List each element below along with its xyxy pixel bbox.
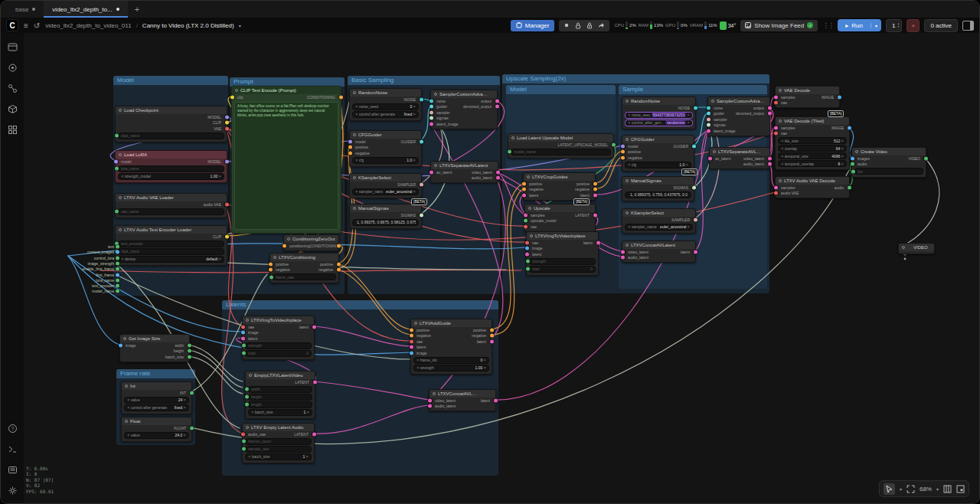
zoom-dropdown-chevron[interactable]: ▾ (936, 486, 939, 492)
widget-text-encoder[interactable]: text_encoder (118, 241, 224, 247)
slot-dot[interactable] (430, 110, 433, 114)
collapse-dot-icon[interactable] (511, 136, 514, 139)
widget-cfg[interactable]: ◀cfg1.0▶ (352, 157, 419, 164)
collapse-dot-icon[interactable] (626, 244, 629, 247)
widget-width[interactable]: width (248, 386, 312, 393)
collapse-dot-icon[interactable] (353, 207, 356, 210)
slot-dot[interactable] (593, 188, 597, 191)
graph-node-empty-ltxv-latent-video[interactable]: EmptyLTXVLatentVideoLATENTwidthheightlen… (245, 371, 315, 419)
io-label-enable-first-frame[interactable]: enable_first_frame (24, 267, 114, 271)
graph-node-load-checkpoint[interactable]: Load CheckpointMODELCLIPVAEckpt_name (115, 106, 227, 142)
slot-dot[interactable] (337, 268, 341, 272)
collapse-dot-icon[interactable] (353, 91, 356, 94)
slot-dot[interactable] (496, 170, 500, 174)
slot-dot[interactable] (621, 256, 625, 260)
slot-dot[interactable] (241, 432, 245, 436)
slot-dot[interactable] (420, 139, 423, 143)
collapse-dot-icon[interactable] (123, 337, 126, 340)
slot-dot[interactable] (119, 343, 122, 347)
slot-dot[interactable] (225, 115, 229, 119)
slot-dot[interactable] (490, 334, 494, 338)
slot-dot[interactable] (241, 336, 245, 340)
share-arrow-icon[interactable] (598, 22, 605, 28)
slot-dot[interactable] (225, 234, 229, 238)
widget-control-after-generate[interactable]: ◀control after generatefixed▶ (352, 111, 419, 118)
slot-dot[interactable] (707, 117, 710, 121)
slot-dot[interactable] (225, 126, 229, 130)
collapse-dot-icon[interactable] (287, 237, 290, 241)
widget-noise-seed[interactable]: ◀noise_seed0▶ (352, 103, 419, 110)
converted-input-dot[interactable] (115, 210, 119, 214)
slot-dot[interactable] (496, 176, 500, 180)
slot-dot[interactable] (707, 106, 710, 110)
collapse-dot-icon[interactable] (119, 228, 122, 231)
io-label-control-lora[interactable]: control_lora (24, 256, 114, 260)
assets-icon[interactable] (8, 63, 18, 73)
widget-fps[interactable]: fps (854, 168, 923, 175)
widget-temporal-size[interactable]: ◀temporal_size4096▶ (778, 152, 847, 159)
slot-dot[interactable] (339, 95, 343, 99)
widget-strength[interactable]: ◀strength1.00▶ (413, 365, 489, 371)
widget-frame-rate[interactable]: frame_rate (273, 273, 336, 280)
slot-dot[interactable] (190, 391, 194, 394)
graph-node-separate-av-latent-1[interactable]: LTXVSeparateAVLatentav_latentvideo_laten… (430, 161, 498, 183)
pointer-dropdown-chevron[interactable]: ▾ (900, 486, 902, 492)
widget-batch-size[interactable]: ◀batch_size1▶ (245, 453, 312, 460)
collapse-dot-icon[interactable] (434, 164, 437, 167)
collapse-dot-icon[interactable] (434, 93, 437, 96)
converted-input-dot[interactable] (245, 403, 249, 407)
collapse-dot-icon[interactable] (713, 150, 716, 153)
slot-dot[interactable] (410, 345, 413, 349)
slot-dot[interactable] (337, 262, 341, 266)
slot-dot[interactable] (774, 132, 778, 136)
graph-node-conditioning-zero-out[interactable]: ConditioningZeroOutconditioningCONDITION… (283, 234, 339, 251)
slot-dot[interactable] (774, 191, 778, 195)
tab-base[interactable]: base (7, 1, 44, 18)
graph-node-ltxv-audio-vae-decode[interactable]: LTXV Audio VAE Decodesamplesaudioaudio V… (775, 176, 850, 198)
slot-dot[interactable] (241, 331, 245, 335)
converted-input-dot[interactable] (115, 134, 119, 138)
status-dot-icon[interactable] (564, 22, 570, 28)
widget-model-name[interactable]: model_name (511, 149, 611, 155)
collapse-dot-icon[interactable] (353, 133, 356, 136)
active-jobs-badge[interactable]: 0 active (924, 19, 958, 32)
toggle-on-icon[interactable]: ✓ (807, 22, 813, 28)
graph-node-vae-decode-tiled[interactable]: VAE Decode (Tiled)samplesIMAGEvae◀tile_s… (775, 116, 850, 170)
slot-dot[interactable] (116, 250, 119, 254)
model-library-icon[interactable] (8, 104, 18, 114)
collapse-dot-icon[interactable] (779, 179, 782, 182)
slot-dot[interactable] (694, 250, 697, 254)
lock-a-icon[interactable] (575, 22, 581, 29)
slot-dot[interactable] (269, 262, 273, 266)
slot-dot[interactable] (116, 290, 119, 293)
grid-columns-icon[interactable] (943, 485, 952, 493)
slot-dot[interactable] (768, 162, 772, 166)
converted-input-dot[interactable] (242, 352, 246, 355)
collapse-dot-icon[interactable] (626, 179, 629, 182)
graph-node-ltxv-img-to-video-inplace-1[interactable]: LTXVImgToVideoInplacevaelatentimagelaten… (526, 231, 599, 276)
slot-dot[interactable] (494, 398, 498, 402)
slot-dot[interactable] (348, 151, 352, 155)
widget-frames-count[interactable]: frames_count (245, 438, 312, 445)
slot-dot[interactable] (707, 129, 710, 133)
fit-view-icon[interactable] (906, 485, 915, 493)
widget-tile-size[interactable]: ◀tile_size512▶ (778, 137, 847, 144)
graph-node-ltxv-img-to-video-inplace-2[interactable]: LTXVImgToVideoInplacevaelatentimagelaten… (242, 316, 315, 360)
slot-dot[interactable] (707, 112, 710, 116)
slot-dot[interactable] (188, 343, 191, 347)
slot-dot[interactable] (269, 268, 273, 272)
slot-dot[interactable] (410, 351, 413, 355)
slot-dot[interactable] (692, 185, 696, 189)
collapse-dot-icon[interactable] (626, 138, 629, 141)
slot-dot[interactable] (410, 334, 413, 338)
slot-dot[interactable] (907, 246, 911, 250)
converted-input-dot[interactable] (526, 267, 530, 271)
slot-dot[interactable] (708, 156, 712, 160)
graph-node-load-latent-upscale-model[interactable]: Load Latent Upscale ModelLATENT_UPSCALE_… (508, 133, 614, 159)
widget-noise-seed[interactable]: ◀noise_seed594377383973253▶ (625, 112, 693, 119)
graph-canvas[interactable]: ModelPromptBasic SamplingUpscale Samplin… (1, 1, 979, 503)
graph-group-model[interactable]: Model (506, 85, 616, 172)
collapse-dot-icon[interactable] (246, 319, 249, 322)
graph-node-video-out[interactable]: VIDEO (898, 243, 935, 254)
graph-node-ltxv-empty-latent-audio[interactable]: LTXV Empty Latent Audioaudio_vaeLATENTfr… (242, 423, 315, 463)
